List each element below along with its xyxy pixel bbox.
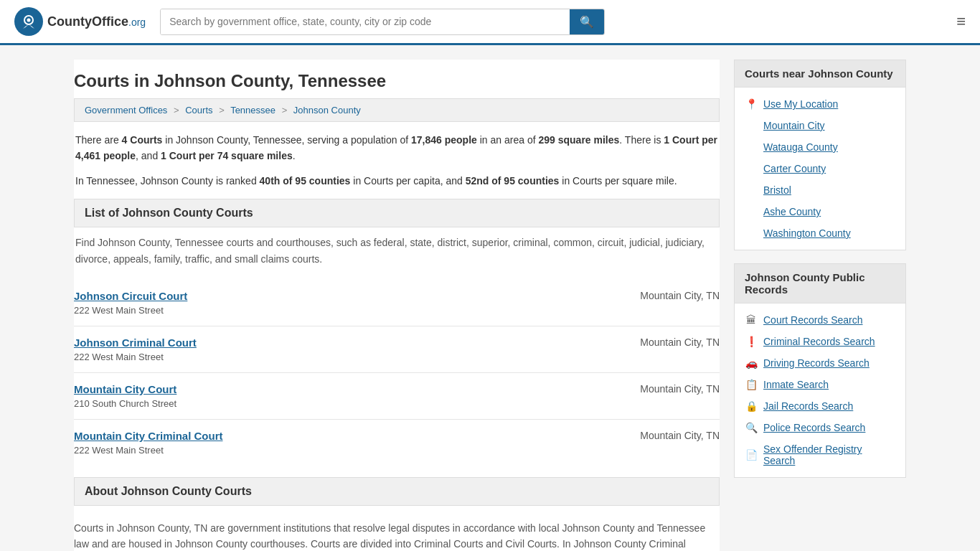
search-bar: 🔍 — [160, 9, 605, 35]
public-records-title: Johnson County Public Records — [735, 264, 905, 303]
nearby-courts-box: Courts near Johnson County 📍 Use My Loca… — [734, 60, 906, 250]
court-city-4: Mountain City, TN — [640, 430, 720, 441]
main-layout: Courts in Johnson County, Tennessee Gove… — [60, 45, 920, 551]
court-name-1[interactable]: Johnson Circuit Court — [74, 290, 187, 302]
sidebar-driving-records[interactable]: 🚗 Driving Records Search — [735, 352, 905, 374]
about-section: About Johnson County Courts Courts in Jo… — [74, 477, 720, 551]
jail-records-icon: 🔒 — [745, 400, 758, 412]
sidebar-sex-offender-search[interactable]: 📄 Sex Offender Registry Search — [735, 438, 905, 471]
sidebar-jail-records[interactable]: 🔒 Jail Records Search — [735, 395, 905, 417]
logo-icon — [14, 7, 43, 36]
sidebar-mountain-city[interactable]: Mountain City — [735, 115, 905, 136]
inmate-search-icon: 📋 — [745, 379, 758, 390]
sidebar-bristol[interactable]: Bristol — [735, 179, 905, 201]
nearby-courts-content: 📍 Use My Location Mountain City Watauga … — [735, 88, 905, 250]
sidebar-use-my-location[interactable]: 📍 Use My Location — [735, 93, 905, 115]
population: 17,846 people — [411, 134, 477, 146]
page-title: Courts in Johnson County, Tennessee — [74, 60, 720, 98]
list-section-header: List of Johnson County Courts — [74, 199, 720, 227]
search-input[interactable] — [161, 9, 570, 34]
sidebar-police-records[interactable]: 🔍 Police Records Search — [735, 417, 905, 438]
rank-percapita: 40th of 95 counties — [260, 175, 351, 187]
court-row-1: Johnson Circuit Court 222 West Main Stre… — [74, 290, 720, 316]
breadcrumb-gov-offices[interactable]: Government Offices — [85, 105, 167, 116]
breadcrumb-tennessee[interactable]: Tennessee — [230, 105, 275, 116]
police-records-icon: 🔍 — [745, 422, 758, 433]
court-name-3[interactable]: Mountain City Court — [74, 383, 176, 395]
court-row-2: Johnson Criminal Court 222 West Main Str… — [74, 336, 720, 362]
court-name-2[interactable]: Johnson Criminal Court — [74, 336, 197, 349]
court-city-2: Mountain City, TN — [640, 336, 720, 348]
criminal-records-icon: ❗ — [745, 336, 758, 347]
court-city-1: Mountain City, TN — [640, 290, 720, 301]
court-entry-2: Johnson Criminal Court 222 West Main Str… — [74, 326, 720, 372]
rank-persqmi: 52nd of 95 counties — [466, 175, 560, 187]
breadcrumb-johnson-county[interactable]: Johnson County — [293, 105, 361, 116]
court-entry-4: Mountain City Criminal Court 222 West Ma… — [74, 419, 720, 466]
court-name-4[interactable]: Mountain City Criminal Court — [74, 430, 223, 442]
svg-point-1 — [27, 19, 31, 22]
about-text: Courts in Johnson County, TN are governm… — [74, 513, 720, 551]
courts-count: 4 Courts — [122, 134, 163, 146]
ranking-text: In Tennessee, Johnson County is ranked 4… — [74, 173, 720, 189]
driving-records-icon: 🚗 — [745, 357, 758, 369]
sidebar-criminal-records[interactable]: ❗ Criminal Records Search — [735, 331, 905, 352]
sidebar-court-records[interactable]: 🏛 Court Records Search — [735, 309, 905, 331]
per-sqmi: 1 Court per 74 square miles — [161, 150, 293, 161]
menu-icon[interactable]: ≡ — [956, 12, 966, 31]
sidebar: Courts near Johnson County 📍 Use My Loca… — [734, 60, 906, 551]
courts-list: Johnson Circuit Court 222 West Main Stre… — [74, 280, 720, 466]
sidebar-inmate-search[interactable]: 📋 Inmate Search — [735, 374, 905, 395]
logo-text: CountyOffice.org — [47, 14, 146, 29]
sidebar-washington-county[interactable]: Washington County — [735, 222, 905, 244]
public-records-content: 🏛 Court Records Search ❗ Criminal Record… — [735, 303, 905, 477]
court-row-3: Mountain City Court 210 South Church Str… — [74, 383, 720, 409]
court-address-3: 210 South Church Street — [74, 398, 176, 409]
court-entry-3: Mountain City Court 210 South Church Str… — [74, 372, 720, 419]
sidebar-watauga-county[interactable]: Watauga County — [735, 136, 905, 158]
logo[interactable]: CountyOffice.org — [14, 7, 146, 36]
court-address-4: 222 West Main Street — [74, 445, 223, 456]
breadcrumb-courts[interactable]: Courts — [185, 105, 212, 116]
public-records-box: Johnson County Public Records 🏛 Court Re… — [734, 263, 906, 478]
court-row-4: Mountain City Criminal Court 222 West Ma… — [74, 430, 720, 456]
list-description: Find Johnson County, Tennessee courts an… — [74, 235, 720, 267]
area: 299 square miles — [538, 134, 619, 146]
header: CountyOffice.org 🔍 ≡ — [0, 0, 980, 45]
location-icon: 📍 — [745, 98, 758, 110]
summary-text: There are 4 Courts in Johnson County, Te… — [74, 132, 720, 164]
court-address-1: 222 West Main Street — [74, 305, 187, 316]
sidebar-carter-county[interactable]: Carter County — [735, 158, 905, 179]
court-city-3: Mountain City, TN — [640, 383, 720, 395]
about-section-header: About Johnson County Courts — [74, 477, 720, 506]
breadcrumb: Government Offices > Courts > Tennessee … — [74, 98, 720, 122]
content-area: Courts in Johnson County, Tennessee Gove… — [74, 60, 720, 551]
sidebar-ashe-county[interactable]: Ashe County — [735, 201, 905, 222]
sex-offender-icon: 📄 — [745, 449, 758, 461]
court-address-2: 222 West Main Street — [74, 352, 197, 362]
court-records-icon: 🏛 — [745, 314, 758, 326]
nearby-courts-title: Courts near Johnson County — [735, 60, 905, 88]
court-entry-1: Johnson Circuit Court 222 West Main Stre… — [74, 280, 720, 326]
search-button[interactable]: 🔍 — [570, 9, 604, 34]
